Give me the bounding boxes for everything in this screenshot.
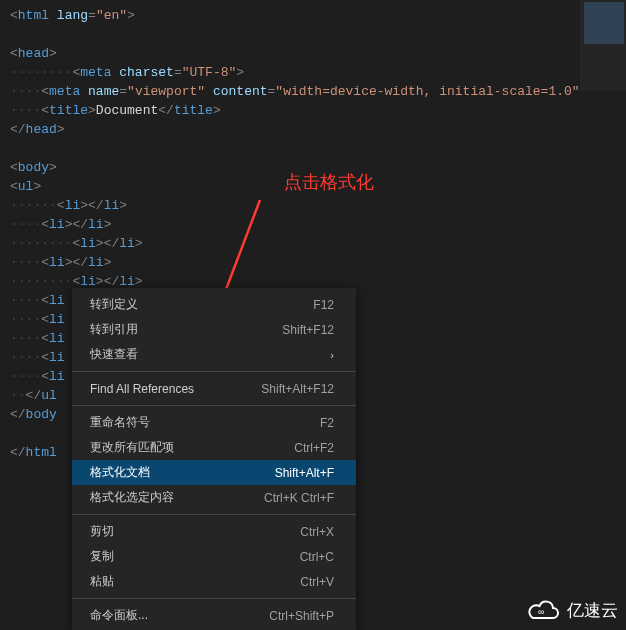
watermark-text: 亿速云 <box>567 599 618 622</box>
minimap[interactable] <box>580 0 626 90</box>
menu-item-shortcut: Shift+F12 <box>282 323 334 337</box>
menu-item-shortcut: Ctrl+V <box>300 575 334 589</box>
code-line[interactable] <box>10 139 616 158</box>
cloud-icon: ∞ <box>527 600 561 622</box>
menu-item-label: 粘贴 <box>90 573 114 590</box>
code-line[interactable] <box>10 25 616 44</box>
code-line[interactable]: <html lang="en"> <box>10 6 616 25</box>
menu-item-label: 更改所有匹配项 <box>90 439 174 456</box>
annotation-label: 点击格式化 <box>284 170 374 194</box>
chevron-right-icon: › <box>330 349 334 361</box>
menu-item[interactable]: Find All ReferencesShift+Alt+F12 <box>72 376 356 401</box>
menu-item-label: 剪切 <box>90 523 114 540</box>
menu-item-label: 快速查看 <box>90 346 138 363</box>
menu-item-shortcut: Ctrl+K Ctrl+F <box>264 491 334 505</box>
code-line[interactable]: ····<li></li> <box>10 215 616 234</box>
code-line[interactable]: ········<meta charset="UTF-8"> <box>10 63 616 82</box>
menu-item[interactable]: 格式化文档Shift+Alt+F <box>72 460 356 485</box>
menu-item-label: 复制 <box>90 548 114 565</box>
menu-item-shortcut: Shift+Alt+F12 <box>261 382 334 396</box>
menu-item-label: 转到定义 <box>90 296 138 313</box>
menu-item[interactable]: 格式化选定内容Ctrl+K Ctrl+F <box>72 485 356 510</box>
menu-separator <box>72 598 356 599</box>
menu-item-label: 重命名符号 <box>90 414 150 431</box>
menu-item-shortcut: F2 <box>320 416 334 430</box>
menu-item-shortcut: Ctrl+X <box>300 525 334 539</box>
code-line[interactable]: ····<meta name="viewport" content="width… <box>10 82 616 101</box>
code-line[interactable]: </head> <box>10 120 616 139</box>
menu-item-label: Find All References <box>90 382 194 396</box>
menu-item[interactable]: 转到定义F12 <box>72 292 356 317</box>
code-line[interactable]: ······<li></li> <box>10 196 616 215</box>
menu-item[interactable]: 剪切Ctrl+X <box>72 519 356 544</box>
menu-item[interactable]: 复制Ctrl+C <box>72 544 356 569</box>
menu-item-label: 格式化选定内容 <box>90 489 174 506</box>
menu-item[interactable]: 转到引用Shift+F12 <box>72 317 356 342</box>
code-line[interactable]: ····<li></li> <box>10 253 616 272</box>
menu-item-shortcut: F12 <box>313 298 334 312</box>
watermark: ∞ 亿速云 <box>527 599 618 622</box>
menu-item-label: 格式化文档 <box>90 464 150 481</box>
menu-item[interactable]: 快速查看› <box>72 342 356 367</box>
code-line[interactable]: <head> <box>10 44 616 63</box>
menu-item-label: 命令面板... <box>90 607 148 624</box>
menu-item[interactable]: 重命名符号F2 <box>72 410 356 435</box>
menu-item[interactable]: 粘贴Ctrl+V <box>72 569 356 594</box>
menu-separator <box>72 371 356 372</box>
menu-item-shortcut: Ctrl+Shift+P <box>269 609 334 623</box>
menu-item-shortcut: Ctrl+F2 <box>294 441 334 455</box>
menu-separator <box>72 514 356 515</box>
svg-text:∞: ∞ <box>538 607 544 617</box>
menu-item-shortcut: Ctrl+C <box>300 550 334 564</box>
menu-item[interactable]: 更改所有匹配项Ctrl+F2 <box>72 435 356 460</box>
menu-item[interactable]: 命令面板...Ctrl+Shift+P <box>72 603 356 628</box>
minimap-viewport[interactable] <box>584 2 624 44</box>
code-line[interactable]: ········<li></li> <box>10 234 616 253</box>
menu-item-shortcut: Shift+Alt+F <box>275 466 334 480</box>
code-line[interactable]: ····<title>Document</title> <box>10 101 616 120</box>
context-menu: 转到定义F12转到引用Shift+F12快速查看›Find All Refere… <box>72 288 356 630</box>
menu-separator <box>72 405 356 406</box>
menu-item-label: 转到引用 <box>90 321 138 338</box>
